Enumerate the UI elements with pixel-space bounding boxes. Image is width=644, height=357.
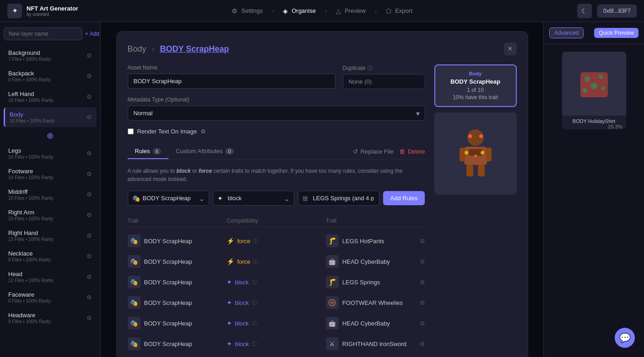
sidebar-item-headware[interactable]: Headware 0 Files • 100% Rarity ⚙ — [4, 308, 97, 328]
add-layer-icon-button[interactable]: ⊕ — [4, 128, 97, 144]
compat-info-icon-1[interactable]: ⓘ — [253, 238, 258, 245]
chat-bubble-button[interactable]: 💬 — [615, 328, 635, 348]
rules-table: Trait Compatibility Trait 🎭 BODY ScrapHe… — [128, 215, 425, 354]
rule-compat-select[interactable]: block force — [213, 191, 294, 206]
wallet-button[interactable]: 0x6f...83F7 — [597, 5, 637, 17]
metadata-label: Metadata Type (Optional) — [128, 96, 425, 103]
rule-compat-6: ✦ block ⓘ — [227, 340, 326, 347]
tab-custom-attributes[interactable]: Custom Attributes 0 — [168, 144, 241, 159]
sidebar-item-body[interactable]: Body 10 Files • 100% Rarity ⚙ — [4, 107, 97, 127]
gear-icon-necklace[interactable]: ⚙ — [87, 253, 92, 260]
replace-file-button[interactable]: ↺ Replace File — [353, 148, 394, 155]
tab-rules[interactable]: Rules 6 — [128, 144, 168, 159]
rule-settings-5[interactable]: ⚙ — [420, 320, 425, 327]
rule-settings-2[interactable]: ⚙ — [420, 258, 425, 265]
preview-icon: △ — [336, 7, 341, 15]
gear-icon-left-hand[interactable]: ⚙ — [87, 93, 92, 100]
trait-icon-5: 🎭 — [128, 317, 141, 330]
gear-icon-legs[interactable]: ⚙ — [87, 150, 92, 157]
custom-attrs-badge: 0 — [225, 148, 233, 155]
compat-info-icon-6[interactable]: ⓘ — [252, 341, 257, 347]
nav-step-preview[interactable]: △ Preview — [329, 5, 373, 17]
sidebar-item-left-hand[interactable]: Left Hand 10 Files • 100% Rarity ⚙ — [4, 87, 97, 107]
nav-step-organise-label: Organise — [292, 7, 316, 14]
right-panel: Advanced Quick Preview BODY HolidayShirt — [543, 22, 644, 357]
nav-step-preview-label: Preview — [345, 7, 366, 14]
new-layer-input[interactable] — [4, 27, 82, 40]
logo-area: ✦ NFT Art Generator by onemint — [7, 4, 108, 18]
delete-button[interactable]: 🗑 Delete — [399, 148, 425, 155]
sidebar-item-necklace[interactable]: Necklace 0 Files • 100% Rarity ⚙ — [4, 246, 97, 266]
gear-icon-footware[interactable]: ⚙ — [87, 171, 92, 177]
quick-preview-button[interactable]: Quick Preview — [594, 28, 639, 38]
sidebar-item-legs[interactable]: Legs 10 Files • 100% Rarity ⚙ — [4, 144, 97, 163]
compat-info-icon-4[interactable]: ⓘ — [252, 299, 257, 306]
rule-compat-1: ⚡ force ⓘ — [227, 237, 326, 245]
theme-toggle-button[interactable]: ☾ — [577, 4, 592, 18]
form-group-duplicate: Duplicate ⓘ — [343, 64, 425, 89]
compat-info-icon-2[interactable]: ⓘ — [253, 258, 258, 265]
modal-close-button[interactable]: × — [504, 43, 517, 55]
trait-card: Body BODY ScrapHeap 1 of 10 10% have thi… — [434, 64, 517, 107]
rule-row-5: 🎭 BODY ScrapHeap ✦ block ⓘ 🤖 HEAD CyberB… — [128, 313, 425, 334]
asset-name-input[interactable] — [128, 74, 336, 89]
breadcrumb-parent: Body — [128, 44, 146, 54]
nav-steps: ⚙ Settings › ◈ Organise › △ Preview › ⬡ … — [224, 5, 420, 17]
compat-info-icon-3[interactable]: ⓘ — [252, 279, 257, 286]
rule-target-1: 🦵 LEGS HotPants ⚙ — [326, 234, 425, 247]
duplicate-info-icon: ⓘ — [368, 64, 373, 71]
sidebar-item-head[interactable]: Head 12 Files • 100% Rarity ⚙ — [4, 267, 97, 287]
rule-settings-4[interactable]: ⚙ — [420, 299, 425, 306]
rule-from-label-3: BODY ScrapHeap — [144, 279, 192, 286]
compat-info-icon-5[interactable]: ⓘ — [252, 320, 257, 327]
target-label-5: HEAD CyberBaby — [342, 320, 390, 327]
sidebar-item-backpack[interactable]: Backpack 0 Files • 100% Rarity ⚙ — [4, 66, 97, 86]
gear-icon-right-arm[interactable]: ⚙ — [87, 212, 92, 218]
gear-icon-background[interactable]: ⚙ — [87, 52, 92, 59]
sidebar-item-footware[interactable]: Footware 10 Files • 100% Rarity ⚙ — [4, 164, 97, 184]
gear-icon-middriff[interactable]: ⚙ — [87, 191, 92, 198]
gear-icon-body[interactable]: ⚙ — [87, 114, 92, 121]
topnav: ✦ NFT Art Generator by onemint ⚙ Setting… — [0, 0, 644, 22]
trait-card-name: BODY ScrapHeap — [441, 78, 510, 85]
sidebar-item-middriff[interactable]: Middriff 10 Files • 100% Rarity ⚙ — [4, 185, 97, 204]
sidebar-item-right-hand[interactable]: Right Hand 13 Files • 100% Rarity ⚙ — [4, 226, 97, 245]
layer-info-background: Background 7 Files • 100% Rarity — [8, 49, 87, 62]
rule-from-trait-6: 🎭 BODY ScrapHeap — [128, 337, 227, 350]
rule-settings-1[interactable]: ⚙ — [420, 238, 425, 245]
gear-icon-head[interactable]: ⚙ — [87, 273, 92, 280]
render-text-gear-icon[interactable]: ⚙ — [200, 128, 206, 135]
sidebar-item-background[interactable]: Background 7 Files • 100% Rarity ⚙ — [4, 46, 97, 65]
rule-settings-6[interactable]: ⚙ — [420, 341, 425, 347]
gear-icon-headware[interactable]: ⚙ — [87, 314, 92, 321]
gear-icon-right-hand[interactable]: ⚙ — [87, 232, 92, 239]
rule-settings-3[interactable]: ⚙ — [420, 279, 425, 286]
sidebar-item-right-arm[interactable]: Right Arm 10 Files • 100% Rarity ⚙ — [4, 205, 97, 225]
rule-target-select[interactable]: LEGS Springs (and 4 more) — [298, 191, 379, 206]
trait-card-count: 1 of 10 — [441, 87, 510, 93]
gear-icon-backpack[interactable]: ⚙ — [87, 73, 92, 80]
render-text-checkbox[interactable] — [128, 128, 134, 134]
form-row-asset: Asset Name Duplicate ⓘ — [128, 64, 425, 89]
sidebar-item-faceware[interactable]: Faceware 0 Files • 100% Rarity ⚙ — [4, 288, 97, 307]
rules-table-header: Trait Compatibility Trait — [128, 215, 425, 227]
nav-step-export[interactable]: ⬡ Export — [379, 5, 420, 17]
nav-step-organise[interactable]: ◈ Organise — [276, 5, 323, 17]
duplicate-input[interactable] — [343, 74, 425, 89]
modal-title: Body › BODY ScrapHeap — [128, 44, 229, 54]
advanced-button[interactable]: Advanced — [549, 27, 584, 38]
block-icon-4: ✦ — [227, 299, 232, 306]
form-group-metadata: Metadata Type (Optional) Normal Rare Epi… — [128, 96, 425, 121]
gear-icon-faceware[interactable]: ⚙ — [87, 294, 92, 301]
add-rules-button[interactable]: Add Rules — [383, 191, 425, 205]
nav-step-settings[interactable]: ⚙ Settings — [224, 5, 270, 17]
rule-builder: 🎭 BODY ScrapHeap ✦ block force — [128, 191, 425, 206]
target-label-6: RIGHTHAND IronSword — [342, 341, 406, 347]
add-layer-button[interactable]: + Add — [85, 27, 99, 40]
metadata-select[interactable]: Normal Rare Epic — [128, 106, 425, 121]
rule-row-2: 🎭 BODY ScrapHeap ⚡ force ⓘ 🤖 HEAD CyberB… — [128, 251, 425, 272]
preview-card-label: BODY HolidayShirt 25.3% — [562, 116, 626, 127]
replace-icon: ↺ — [353, 148, 358, 155]
export-icon: ⬡ — [386, 7, 391, 15]
modal-header: Body › BODY ScrapHeap × — [128, 43, 517, 55]
